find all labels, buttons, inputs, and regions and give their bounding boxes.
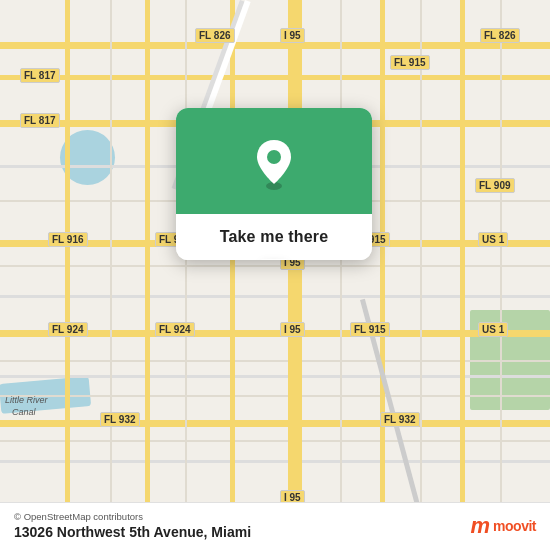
location-pin-icon xyxy=(252,136,296,190)
road-label-fl924-r: FL 924 xyxy=(155,322,195,337)
map-container[interactable]: FL 817 FL 826 I 95 FL 915 FL 826 FL 817 … xyxy=(0,0,550,550)
road-label-fl826-tr: FL 826 xyxy=(480,28,520,43)
road-label-us1-lower: US 1 xyxy=(478,322,508,337)
road-label-fl817-mid: FL 817 xyxy=(20,113,60,128)
address-label: 13026 Northwest 5th Avenue, Miami xyxy=(14,524,251,540)
road-fl932-h xyxy=(0,420,550,427)
road-v6 xyxy=(460,0,465,550)
road-label-us1-top: US 1 xyxy=(478,232,508,247)
osm-attribution: © OpenStreetMap contributors xyxy=(14,511,251,522)
road-label-fl915-tr: FL 915 xyxy=(390,55,430,70)
road-label-fl924-l: FL 924 xyxy=(48,322,88,337)
svg-point-1 xyxy=(267,150,281,164)
moovit-logo: m moovit xyxy=(471,515,536,537)
road-v3 xyxy=(230,0,235,550)
moovit-wordmark: moovit xyxy=(493,518,536,534)
road-vthin-1 xyxy=(110,0,112,550)
road-vthin-4 xyxy=(420,0,422,550)
road-extra-2 xyxy=(0,265,550,267)
map-background xyxy=(0,0,550,550)
popup-header xyxy=(176,108,372,214)
road-extra-4 xyxy=(0,395,550,397)
road-label-i95-top: I 95 xyxy=(280,28,305,43)
road-thin-3 xyxy=(0,375,550,378)
road-label-fl909: FL 909 xyxy=(475,178,515,193)
road-fl817-h2 xyxy=(0,75,550,80)
take-me-there-button[interactable]: Take me there xyxy=(176,214,372,260)
road-label-fl932-r: FL 932 xyxy=(380,412,420,427)
popup-card: Take me there xyxy=(176,108,372,260)
road-label-fl826-top: FL 826 xyxy=(195,28,235,43)
road-extra-3 xyxy=(0,360,550,362)
road-vthin-2 xyxy=(185,0,187,550)
road-label-fl932-l: FL 932 xyxy=(100,412,140,427)
footer-left: © OpenStreetMap contributors 13026 North… xyxy=(14,511,251,540)
moovit-m-letter: m xyxy=(471,515,491,537)
road-v1 xyxy=(65,0,70,550)
canal-label-2: Canal xyxy=(12,407,36,417)
road-v2 xyxy=(145,0,150,550)
road-vthin-5 xyxy=(500,0,502,550)
road-i95-v xyxy=(288,0,300,550)
road-label-fl915-lower: FL 915 xyxy=(350,322,390,337)
road-fl826-h xyxy=(0,42,550,49)
road-label-fl916-l: FL 916 xyxy=(48,232,88,247)
road-vthin-3 xyxy=(340,0,342,550)
road-extra-5 xyxy=(0,440,550,442)
road-label-i95-lower: I 95 xyxy=(280,322,305,337)
road-thin-2 xyxy=(0,295,550,298)
road-v5 xyxy=(380,0,385,550)
road-label-fl817-top: FL 817 xyxy=(20,68,60,83)
canal-label: Little River xyxy=(5,395,48,405)
road-thin-4 xyxy=(0,460,550,463)
footer-bar: © OpenStreetMap contributors 13026 North… xyxy=(0,502,550,550)
